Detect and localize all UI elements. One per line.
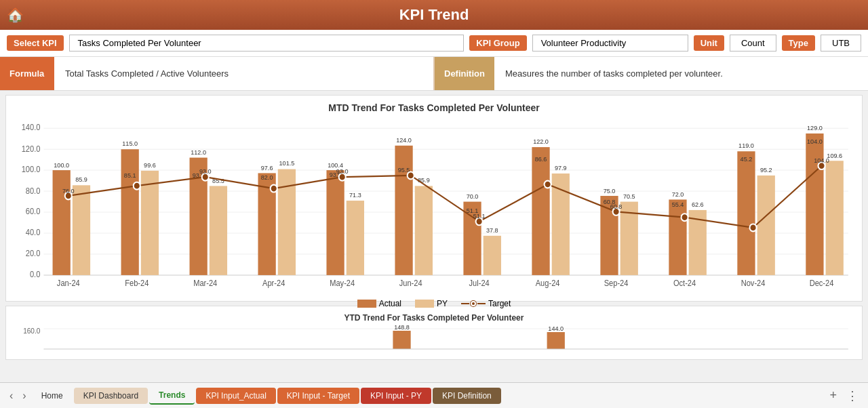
svg-text:55.4: 55.4 [672,201,684,208]
svg-rect-75 [547,332,565,349]
svg-text:May-24: May-24 [330,279,355,287]
svg-text:71.3: 71.3 [349,191,361,199]
kpi-row: Select KPI Tasks Completed Per Volunteer… [0,30,868,57]
svg-text:40.0: 40.0 [26,228,41,237]
bar-actual-oct [669,199,686,274]
tab-home[interactable]: Home [32,388,73,404]
bar-py-feb [141,171,159,275]
ytd-chart-title: YTD Trend For Tasks Completed Per Volunt… [13,313,855,323]
select-kpi-label: Select KPI [7,35,64,51]
bar-py-jul [484,236,501,275]
legend-actual: Actual [357,299,401,308]
svg-text:85.9: 85.9 [75,176,87,183]
svg-text:37.8: 37.8 [486,226,498,234]
tab-kpi-input-actual[interactable]: KPI Input_Actual [196,388,275,404]
bar-py-aug [552,174,570,275]
svg-text:104.0: 104.0 [807,138,823,145]
bar-actual-may [326,170,344,275]
svg-rect-73 [393,331,410,349]
svg-text:85.1: 85.1 [124,171,136,179]
ytd-chart-svg: 160.0 148.8 144.0 [13,325,855,352]
svg-text:45.2: 45.2 [741,155,753,163]
kpi-group-value[interactable]: Volunteer Productivity [532,35,688,52]
svg-text:100.0: 100.0 [22,165,41,174]
svg-text:93.0: 93.0 [336,167,349,175]
tab-kpi-input-py[interactable]: KPI Input - PY [361,388,431,404]
svg-text:Feb-24: Feb-24 [125,279,149,287]
target-dot-oct [682,213,688,221]
nav-plus-button[interactable]: + [825,388,841,403]
legend-py: PY [415,299,448,308]
svg-text:140.0: 140.0 [22,123,41,131]
svg-text:112.0: 112.0 [191,148,206,156]
formula-definition-row: Formula Total Tasks Completed / Active V… [0,57,868,91]
bar-py-dec [826,161,844,275]
tab-trends[interactable]: Trends [149,387,195,405]
svg-text:70.5: 70.5 [623,192,635,200]
bar-py-jun [415,186,433,275]
svg-text:119.0: 119.0 [738,142,754,149]
target-dot-feb [134,182,140,190]
svg-text:Jul-24: Jul-24 [469,279,490,287]
svg-text:72.0: 72.0 [672,190,684,198]
target-dot-nov [749,224,756,232]
svg-text:Oct-24: Oct-24 [673,279,696,287]
mtd-chart-title: MTD Trend For Tasks Completed Per Volunt… [13,102,855,113]
svg-text:100.0: 100.0 [54,161,69,168]
nav-prev-arrow[interactable]: ‹ [5,388,17,403]
svg-text:86.6: 86.6 [535,155,547,163]
tab-kpi-input-target[interactable]: KPI Input - Target [277,388,359,404]
nav-menu-button[interactable]: ⋮ [842,388,863,403]
svg-text:75.0: 75.0 [604,186,616,194]
svg-text:99.6: 99.6 [144,161,156,168]
svg-text:80.0: 80.0 [26,186,41,195]
tab-kpi-definition[interactable]: KPI Definition [433,388,501,404]
svg-text:129.0: 129.0 [807,124,823,131]
svg-text:Dec-24: Dec-24 [810,279,834,287]
target-line [68,166,822,228]
svg-text:0.0: 0.0 [30,270,40,279]
svg-text:124.0: 124.0 [396,136,412,144]
target-dot-jun [408,171,414,179]
svg-text:148.8: 148.8 [394,325,410,331]
formula-tab: Formula [0,57,54,90]
svg-text:Jun-24: Jun-24 [399,279,422,287]
legend-actual-box [357,300,376,308]
kpi-group-label: KPI Group [469,35,526,51]
svg-text:115.0: 115.0 [122,140,138,147]
svg-text:97.6: 97.6 [261,164,273,171]
mtd-chart-container: MTD Trend For Tasks Completed Per Volunt… [5,95,863,302]
bar-actual-nov [737,151,755,275]
svg-text:Aug-24: Aug-24 [536,279,560,287]
bar-py-may [347,201,364,275]
legend-target-label: Target [488,299,511,308]
svg-text:70.0: 70.0 [467,192,479,200]
type-label: Type [782,35,815,51]
svg-text:Sep-24: Sep-24 [604,279,629,287]
svg-text:Apr-24: Apr-24 [262,279,285,287]
bar-py-mar [210,186,227,275]
legend-py-label: PY [437,299,448,308]
svg-text:60.8: 60.8 [610,203,623,210]
ytd-chart-container: YTD Trend For Tasks Completed Per Volunt… [5,306,863,360]
home-icon[interactable]: 🏠 [7,7,24,23]
svg-text:95.2: 95.2 [760,166,772,174]
svg-text:104.0: 104.0 [814,157,829,164]
unit-value[interactable]: Count [730,35,776,52]
definition-text: Measures the number of tasks completed p… [494,64,734,83]
formula-section: Formula Total Tasks Completed / Active V… [0,57,435,90]
target-dot-apr [271,185,277,192]
svg-text:160.0: 160.0 [23,327,41,335]
kpi-name-value[interactable]: Tasks Completed Per Volunteer [69,35,465,52]
formula-text: Total Tasks Completed / Active Volunteer… [54,64,239,83]
svg-text:60.0: 60.0 [26,207,41,216]
type-value[interactable]: UTB [821,35,861,52]
page-header: 🏠 KPI Trend [0,0,868,30]
definition-tab: Definition [435,57,494,90]
tab-kpi-dashboard[interactable]: KPI Dashboard [74,388,148,404]
target-dot-aug [545,181,551,188]
svg-text:93.0: 93.0 [199,167,212,175]
legend-target: Target [461,299,511,308]
nav-next-arrow[interactable]: › [18,388,30,403]
mtd-chart-svg: 140.0 120.0 100.0 80.0 60.0 40.0 20.0 0.… [13,117,855,293]
